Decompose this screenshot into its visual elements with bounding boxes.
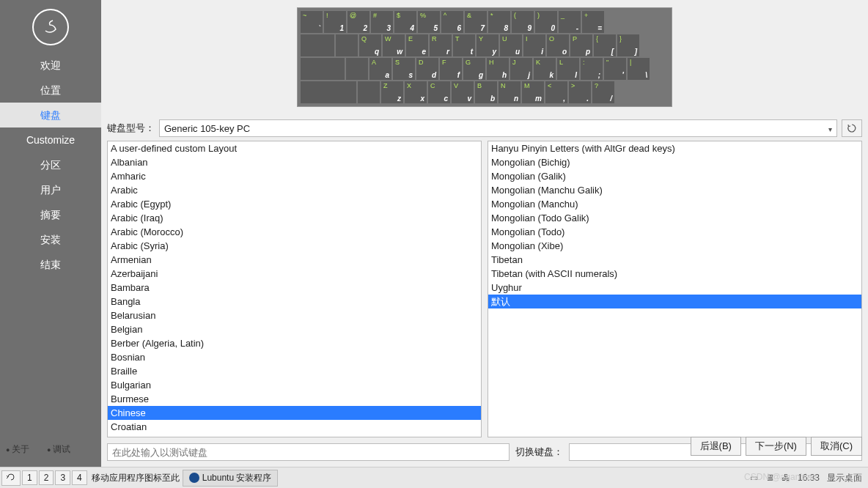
- next-button[interactable]: 下一步(N): [746, 437, 806, 456]
- test-input[interactable]: [107, 443, 510, 461]
- list-item[interactable]: Belarusian: [108, 308, 481, 322]
- key: _-: [559, 11, 581, 33]
- switch-label: 切换键盘：: [515, 446, 563, 459]
- debug-link[interactable]: 调试: [47, 443, 70, 456]
- key: Gg: [463, 58, 485, 80]
- layouts-list[interactable]: A user-defined custom LayoutAlbanianAmha…: [107, 141, 482, 437]
- list-item[interactable]: Burmese: [108, 392, 481, 406]
- sidebar-item-7[interactable]: 安装: [0, 227, 101, 252]
- list-item[interactable]: Amharic: [108, 169, 481, 183]
- back-button[interactable]: 后退(B): [691, 437, 741, 456]
- list-item[interactable]: Braille: [108, 364, 481, 378]
- key: Ii: [523, 34, 545, 56]
- menu-icon[interactable]: [1, 470, 21, 486]
- sidebar: 欢迎位置键盘Customize分区用户摘要安装结束: [0, 0, 101, 467]
- key: Bb: [475, 81, 497, 103]
- sidebar-item-4[interactable]: 分区: [0, 152, 101, 177]
- list-item[interactable]: Tibetan (with ASCII numerals): [488, 267, 861, 281]
- list-item[interactable]: Arabic (Syria): [108, 239, 481, 253]
- key: $4: [394, 11, 416, 33]
- key: Yy: [477, 34, 499, 56]
- sidebar-item-1[interactable]: 位置: [0, 78, 101, 103]
- key: *8: [488, 11, 510, 33]
- list-item[interactable]: Chinese: [108, 406, 481, 420]
- list-item[interactable]: Mongolian (Todo): [488, 225, 861, 239]
- sidebar-item-5[interactable]: 用户: [0, 177, 101, 202]
- key: )0: [535, 11, 557, 33]
- key: ^6: [441, 11, 463, 33]
- list-item[interactable]: Bulgarian: [108, 378, 481, 392]
- reload-button[interactable]: [842, 119, 862, 137]
- sidebar-item-3[interactable]: Customize: [0, 127, 101, 152]
- key: [358, 81, 380, 103]
- sidebar-item-6[interactable]: 摘要: [0, 202, 101, 227]
- key: Kk: [534, 58, 556, 80]
- list-item[interactable]: Arabic (Morocco): [108, 225, 481, 239]
- clock: 16:33: [798, 473, 820, 483]
- list-item[interactable]: Bambara: [108, 281, 481, 295]
- model-value: Generic 105-key PC: [164, 123, 250, 134]
- key: :;: [581, 58, 603, 80]
- key: Mm: [522, 81, 544, 103]
- desktop-switch-3[interactable]: 3: [55, 470, 70, 485]
- sidebar-item-0[interactable]: 欢迎: [0, 53, 101, 78]
- list-item[interactable]: Mongolian (Xibe): [488, 239, 861, 253]
- key: ~`: [301, 11, 323, 33]
- list-item[interactable]: Mongolian (Manchu): [488, 197, 861, 211]
- show-desktop[interactable]: 显示桌面: [827, 472, 862, 484]
- list-item[interactable]: Berber (Algeria, Latin): [108, 336, 481, 350]
- key: Jj: [510, 58, 532, 80]
- list-item[interactable]: Arabic (Egypt): [108, 197, 481, 211]
- list-item[interactable]: Bosnian: [108, 350, 481, 364]
- footer-links: 关于 调试: [6, 443, 70, 456]
- list-item[interactable]: Azerbaijani: [108, 267, 481, 281]
- key: (9: [512, 11, 534, 33]
- key: [346, 58, 368, 80]
- list-item[interactable]: A user-defined custom Layout: [108, 141, 481, 155]
- key: [336, 34, 358, 56]
- list-item[interactable]: Armenian: [108, 253, 481, 267]
- desktop-switch-1[interactable]: 1: [22, 470, 37, 485]
- list-item[interactable]: Uyghur: [488, 281, 861, 295]
- distro-logo: [32, 9, 69, 45]
- desktop-switch-4[interactable]: 4: [72, 470, 87, 485]
- list-item[interactable]: Croatian: [108, 420, 481, 434]
- model-combo[interactable]: Generic 105-key PC: [159, 119, 837, 137]
- list-item[interactable]: Belgian: [108, 322, 481, 336]
- tray-icon[interactable]: ▭: [750, 473, 758, 483]
- list-item[interactable]: 默认: [488, 295, 861, 308]
- cancel-button[interactable]: 取消(C): [811, 437, 862, 456]
- key: Aa: [369, 58, 391, 80]
- key: }]: [617, 34, 639, 56]
- list-item[interactable]: Mongolian (Bichig): [488, 155, 861, 169]
- tray-icon[interactable]: 🖧: [781, 473, 790, 483]
- list-item[interactable]: Arabic: [108, 183, 481, 197]
- desktop-switch-2[interactable]: 2: [39, 470, 54, 485]
- keyboard-preview-wrap: ~`!1@2#3$4%5^6&7*8(9)0_-+=QqWwEeRrTtYyUu…: [101, 0, 868, 116]
- key: |\: [628, 58, 650, 80]
- sidebar-item-2[interactable]: 键盘: [0, 103, 101, 127]
- sidebar-item-8[interactable]: 结束: [0, 252, 101, 277]
- list-item[interactable]: Bangla: [108, 295, 481, 308]
- list-item[interactable]: Mongolian (Manchu Galik): [488, 183, 861, 197]
- key: Vv: [452, 81, 474, 103]
- list-item[interactable]: Mongolian (Galik): [488, 169, 861, 183]
- key: Pp: [570, 34, 592, 56]
- list-item[interactable]: Mongolian (Todo Galik): [488, 211, 861, 225]
- variants-list[interactable]: Hanyu Pinyin Letters (with AltGr dead ke…: [488, 141, 862, 437]
- list-item[interactable]: Arabic (Iraq): [108, 211, 481, 225]
- key: Ww: [383, 34, 405, 56]
- list-item[interactable]: Hanyu Pinyin Letters (with AltGr dead ke…: [488, 141, 861, 155]
- key: Tt: [453, 34, 475, 56]
- key: Ss: [393, 58, 415, 80]
- key: Uu: [500, 34, 522, 56]
- tray-icon[interactable]: 🖥: [765, 473, 774, 483]
- list-item[interactable]: Tibetan: [488, 253, 861, 267]
- taskbar-app[interactable]: Lubuntu 安装程序: [183, 470, 279, 487]
- key: Ll: [557, 58, 579, 80]
- key: #3: [371, 11, 393, 33]
- key: Ee: [406, 34, 428, 56]
- model-label: 键盘型号：: [107, 122, 155, 135]
- list-item[interactable]: Albanian: [108, 155, 481, 169]
- about-link[interactable]: 关于: [6, 443, 29, 456]
